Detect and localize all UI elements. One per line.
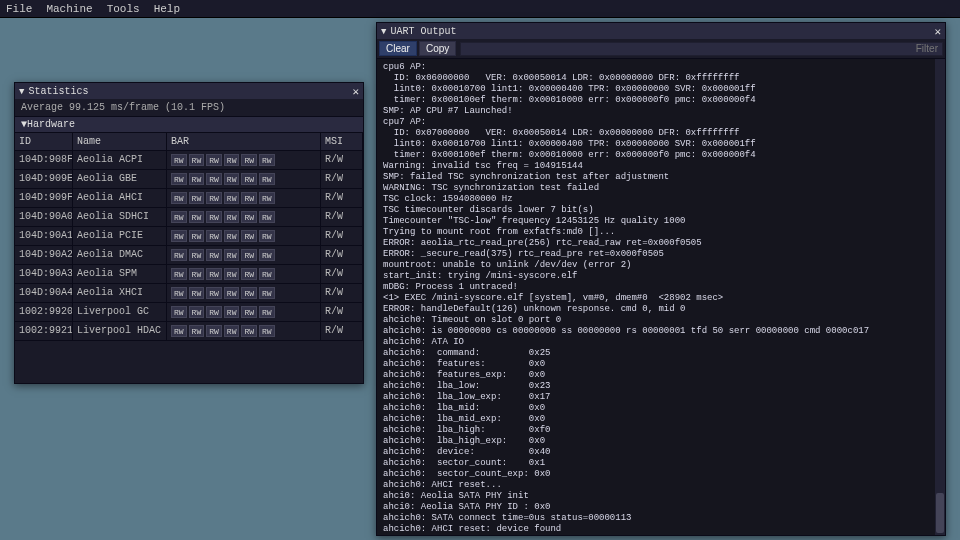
- cell-id: 104D:90A0: [15, 208, 73, 227]
- rw-button[interactable]: RW: [206, 325, 222, 337]
- col-msi: MSI: [321, 133, 363, 151]
- rw-button[interactable]: RW: [189, 325, 205, 337]
- rw-button[interactable]: RW: [189, 173, 205, 185]
- rw-button[interactable]: RW: [241, 192, 257, 204]
- cell-id: 104D:908F: [15, 151, 73, 170]
- menu-machine[interactable]: Machine: [46, 3, 92, 15]
- cell-name: Liverpool HDAC: [73, 322, 167, 341]
- scrollbar[interactable]: [935, 59, 945, 535]
- rw-button[interactable]: RW: [189, 192, 205, 204]
- rw-button[interactable]: RW: [241, 173, 257, 185]
- menu-tools[interactable]: Tools: [107, 3, 140, 15]
- rw-button[interactable]: RW: [171, 154, 187, 166]
- rw-button[interactable]: RW: [206, 306, 222, 318]
- rw-button[interactable]: RW: [241, 306, 257, 318]
- rw-button[interactable]: RW: [189, 268, 205, 280]
- rw-button[interactable]: RW: [224, 287, 240, 299]
- rw-button[interactable]: RW: [224, 268, 240, 280]
- cell-msi: R/W: [321, 170, 363, 189]
- close-icon[interactable]: ✕: [352, 85, 359, 98]
- rw-button[interactable]: RW: [224, 306, 240, 318]
- uart-log[interactable]: cpu6 AP: ID: 0x06000000 VER: 0x00050014 …: [377, 59, 945, 535]
- rw-button[interactable]: RW: [171, 287, 187, 299]
- filter-input[interactable]: [460, 42, 943, 56]
- chevron-down-icon: ▼: [19, 87, 24, 97]
- rw-button[interactable]: RW: [171, 268, 187, 280]
- table-row: 1002:9921Liverpool HDACRWRWRWRWRWRWR/W: [15, 322, 363, 341]
- rw-button[interactable]: RW: [171, 230, 187, 242]
- cell-bar: RWRWRWRWRWRW: [167, 265, 321, 284]
- rw-button[interactable]: RW: [189, 154, 205, 166]
- rw-button[interactable]: RW: [206, 211, 222, 223]
- close-icon[interactable]: ✕: [934, 25, 941, 38]
- rw-button[interactable]: RW: [206, 192, 222, 204]
- rw-button[interactable]: RW: [171, 211, 187, 223]
- clear-button[interactable]: Clear: [379, 41, 417, 56]
- menu-file[interactable]: File: [6, 3, 32, 15]
- rw-button[interactable]: RW: [189, 306, 205, 318]
- rw-button[interactable]: RW: [171, 192, 187, 204]
- table-row: 104D:909EAeolia GBERWRWRWRWRWRWR/W: [15, 170, 363, 189]
- rw-button[interactable]: RW: [189, 249, 205, 261]
- rw-button[interactable]: RW: [171, 173, 187, 185]
- rw-button[interactable]: RW: [206, 249, 222, 261]
- cell-name: Aeolia DMAC: [73, 246, 167, 265]
- rw-button[interactable]: RW: [241, 325, 257, 337]
- rw-button[interactable]: RW: [259, 325, 275, 337]
- hardware-section-header[interactable]: ▼Hardware: [15, 116, 363, 133]
- rw-button[interactable]: RW: [171, 306, 187, 318]
- rw-button[interactable]: RW: [224, 154, 240, 166]
- cell-bar: RWRWRWRWRWRW: [167, 227, 321, 246]
- cell-msi: R/W: [321, 322, 363, 341]
- rw-button[interactable]: RW: [206, 268, 222, 280]
- rw-button[interactable]: RW: [206, 230, 222, 242]
- rw-button[interactable]: RW: [259, 230, 275, 242]
- cell-bar: RWRWRWRWRWRW: [167, 170, 321, 189]
- rw-button[interactable]: RW: [259, 249, 275, 261]
- rw-button[interactable]: RW: [189, 287, 205, 299]
- rw-button[interactable]: RW: [189, 230, 205, 242]
- scrollbar-thumb[interactable]: [936, 493, 944, 533]
- rw-button[interactable]: RW: [259, 211, 275, 223]
- cell-msi: R/W: [321, 303, 363, 322]
- rw-button[interactable]: RW: [259, 287, 275, 299]
- rw-button[interactable]: RW: [259, 268, 275, 280]
- cell-msi: R/W: [321, 208, 363, 227]
- hardware-rows: 104D:908FAeolia ACPIRWRWRWRWRWRWR/W104D:…: [15, 151, 363, 341]
- rw-button[interactable]: RW: [259, 154, 275, 166]
- cell-id: 1002:9921: [15, 322, 73, 341]
- rw-button[interactable]: RW: [189, 211, 205, 223]
- cell-name: Aeolia SDHCI: [73, 208, 167, 227]
- table-row: 1002:9920Liverpool GCRWRWRWRWRWRWR/W: [15, 303, 363, 322]
- rw-button[interactable]: RW: [224, 230, 240, 242]
- rw-button[interactable]: RW: [241, 211, 257, 223]
- rw-button[interactable]: RW: [206, 154, 222, 166]
- rw-button[interactable]: RW: [241, 230, 257, 242]
- cell-id: 104D:90A2: [15, 246, 73, 265]
- rw-button[interactable]: RW: [224, 173, 240, 185]
- rw-button[interactable]: RW: [206, 173, 222, 185]
- rw-button[interactable]: RW: [241, 154, 257, 166]
- menu-help[interactable]: Help: [154, 3, 180, 15]
- hardware-section-label: Hardware: [27, 119, 75, 130]
- rw-button[interactable]: RW: [259, 173, 275, 185]
- rw-button[interactable]: RW: [224, 249, 240, 261]
- rw-button[interactable]: RW: [171, 249, 187, 261]
- rw-button[interactable]: RW: [171, 325, 187, 337]
- uart-title: UART Output: [390, 26, 456, 37]
- rw-button[interactable]: RW: [259, 306, 275, 318]
- rw-button[interactable]: RW: [259, 192, 275, 204]
- statistics-subtitle: Average 99.125 ms/frame (10.1 FPS): [15, 99, 363, 116]
- statistics-titlebar[interactable]: ▼Statistics ✕: [15, 83, 363, 99]
- uart-titlebar[interactable]: ▼UART Output ✕: [377, 23, 945, 39]
- rw-button[interactable]: RW: [241, 249, 257, 261]
- rw-button[interactable]: RW: [241, 287, 257, 299]
- rw-button[interactable]: RW: [224, 325, 240, 337]
- cell-name: Aeolia AHCI: [73, 189, 167, 208]
- rw-button[interactable]: RW: [241, 268, 257, 280]
- copy-button[interactable]: Copy: [419, 41, 456, 56]
- rw-button[interactable]: RW: [206, 287, 222, 299]
- rw-button[interactable]: RW: [224, 211, 240, 223]
- rw-button[interactable]: RW: [224, 192, 240, 204]
- cell-id: 1002:9920: [15, 303, 73, 322]
